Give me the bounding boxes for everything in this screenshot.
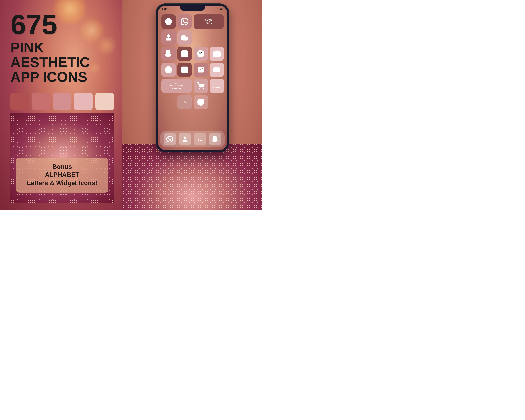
swatch-3 bbox=[53, 93, 71, 110]
phone-dock: Pay bbox=[160, 131, 225, 147]
dock-contacts[interactable] bbox=[179, 133, 191, 145]
app-icon-apple-pay[interactable]:  Pay bbox=[178, 95, 192, 109]
glitter-section: Bonus ALPHABET Letters & Widget Icons! bbox=[10, 113, 114, 203]
title-line2: AESTHETIC bbox=[10, 55, 114, 70]
svg-point-28 bbox=[184, 137, 186, 139]
phone-screen: 2:35 bbox=[158, 6, 227, 150]
app-icon-clock[interactable] bbox=[161, 14, 176, 29]
status-time: 2:35 bbox=[162, 8, 167, 10]
app-icon-contacts[interactable] bbox=[161, 30, 176, 45]
dock-apple-pay[interactable]: Pay bbox=[194, 133, 206, 145]
app-icon-spotify[interactable] bbox=[194, 47, 208, 61]
svg-point-8 bbox=[186, 51, 187, 53]
app-grid: CarpeDiem bbox=[160, 13, 225, 110]
bonus-line2: ALPHABET bbox=[45, 171, 79, 178]
svg-point-22 bbox=[214, 84, 215, 84]
app-icon-instagram[interactable] bbox=[178, 47, 192, 61]
svg-point-0 bbox=[217, 10, 218, 10]
app-icon-safari[interactable] bbox=[161, 63, 176, 77]
svg-point-26 bbox=[198, 103, 200, 105]
title-line3: APP ICONS bbox=[10, 70, 114, 84]
app-icon-camera[interactable] bbox=[210, 47, 224, 61]
right-glitter bbox=[122, 143, 262, 210]
title-line1: PINK bbox=[10, 40, 114, 55]
phone-notch bbox=[180, 6, 205, 11]
right-glitter-dots bbox=[122, 143, 262, 210]
app-icon-weather[interactable] bbox=[178, 30, 192, 45]
svg-point-5 bbox=[167, 35, 170, 37]
phone-wrapper: 2:35 bbox=[156, 3, 229, 152]
left-panel: 675 PINK AESTHETIC APP ICONS Bonus bbox=[0, 0, 122, 210]
empty-a bbox=[161, 95, 176, 109]
svg-point-27 bbox=[202, 102, 204, 104]
wifi-icon bbox=[216, 8, 219, 10]
svg-point-10 bbox=[216, 53, 218, 56]
svg-point-24 bbox=[214, 87, 215, 88]
svg-point-14 bbox=[183, 68, 184, 69]
swatch-1 bbox=[10, 93, 29, 110]
swatch-4 bbox=[74, 93, 93, 110]
right-panel: 2:35 bbox=[122, 0, 262, 210]
app-icon-rose-gold[interactable]: The ROSE GOLD Collection bbox=[161, 79, 192, 93]
color-swatches bbox=[10, 93, 114, 110]
app-icon-music[interactable] bbox=[194, 95, 208, 109]
svg-rect-2 bbox=[223, 9, 224, 9]
svg-point-18 bbox=[203, 89, 204, 89]
empty-b bbox=[210, 95, 224, 109]
carpe-diem-text: CarpeDiem bbox=[205, 18, 212, 25]
bonus-text: Bonus ALPHABET Letters & Widget Icons! bbox=[23, 163, 102, 187]
svg-rect-3 bbox=[220, 9, 222, 10]
main-container: 675 PINK AESTHETIC APP ICONS Bonus bbox=[0, 0, 262, 210]
app-icon-cart[interactable] bbox=[194, 79, 208, 93]
app-icon-empty2 bbox=[210, 30, 224, 45]
main-title: PINK AESTHETIC APP ICONS bbox=[10, 40, 114, 84]
status-icons bbox=[216, 8, 224, 10]
app-icon-outlook[interactable] bbox=[194, 63, 208, 77]
phone: 2:35 bbox=[156, 3, 229, 152]
bonus-box: Bonus ALPHABET Letters & Widget Icons! bbox=[16, 158, 109, 193]
bonus-line1: Bonus bbox=[52, 163, 72, 170]
dock-whatsapp[interactable] bbox=[164, 133, 176, 145]
svg-point-23 bbox=[214, 85, 215, 86]
app-icon-empty1 bbox=[194, 30, 208, 45]
app-icon-youtube[interactable] bbox=[210, 63, 224, 77]
rose-gold-collection-text: The ROSE GOLD Collection bbox=[170, 82, 183, 90]
main-number: 675 bbox=[10, 10, 114, 38]
app-icon-list[interactable] bbox=[210, 79, 224, 93]
app-icon-carpe-diem[interactable]: CarpeDiem bbox=[194, 14, 224, 29]
app-icon-snapchat[interactable] bbox=[161, 47, 176, 61]
svg-point-17 bbox=[199, 89, 200, 89]
app-icon-whatsapp[interactable] bbox=[178, 14, 192, 29]
swatch-5 bbox=[95, 93, 114, 110]
bonus-line3: Letters & Widget Icons! bbox=[27, 179, 97, 187]
swatch-2 bbox=[32, 93, 50, 110]
app-icon-photos[interactable] bbox=[178, 63, 192, 77]
battery-icon bbox=[220, 8, 224, 10]
svg-point-7 bbox=[183, 52, 186, 55]
left-content: 675 PINK AESTHETIC APP ICONS Bonus bbox=[0, 0, 122, 210]
dock-snapchat[interactable] bbox=[209, 133, 221, 145]
